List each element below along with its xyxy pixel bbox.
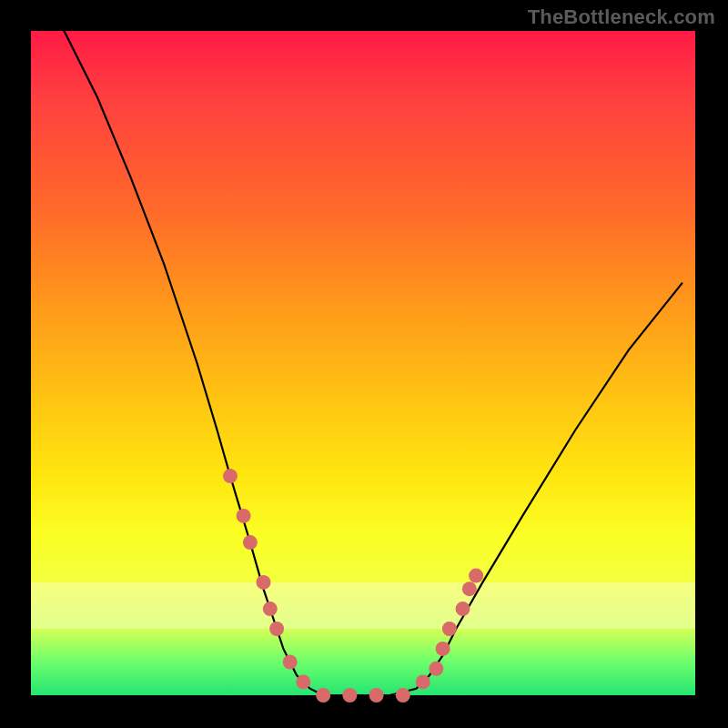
marker-dot	[436, 642, 450, 656]
marker-dot	[342, 688, 357, 703]
chart-stage: TheBottleneck.com	[0, 0, 728, 728]
marker-dot	[429, 662, 443, 676]
marker-dot	[442, 622, 457, 636]
watermark-text: TheBottleneck.com	[528, 5, 715, 29]
marker-group	[223, 469, 483, 703]
marker-dot	[237, 509, 251, 523]
curve-layer	[31, 31, 695, 695]
marker-dot	[296, 674, 310, 689]
marker-dot	[316, 688, 330, 703]
marker-dot	[396, 688, 410, 703]
bottleneck-curve-path	[65, 31, 682, 695]
marker-dot	[263, 602, 278, 616]
marker-dot	[283, 655, 298, 670]
marker-dot	[269, 622, 284, 636]
marker-dot	[456, 602, 470, 616]
marker-dot	[416, 674, 430, 689]
marker-dot	[257, 575, 271, 590]
marker-dot	[369, 688, 384, 703]
marker-dot	[223, 469, 238, 483]
plot-area	[31, 31, 695, 695]
marker-dot	[462, 581, 477, 596]
marker-dot	[243, 535, 258, 550]
marker-dot	[469, 569, 483, 583]
